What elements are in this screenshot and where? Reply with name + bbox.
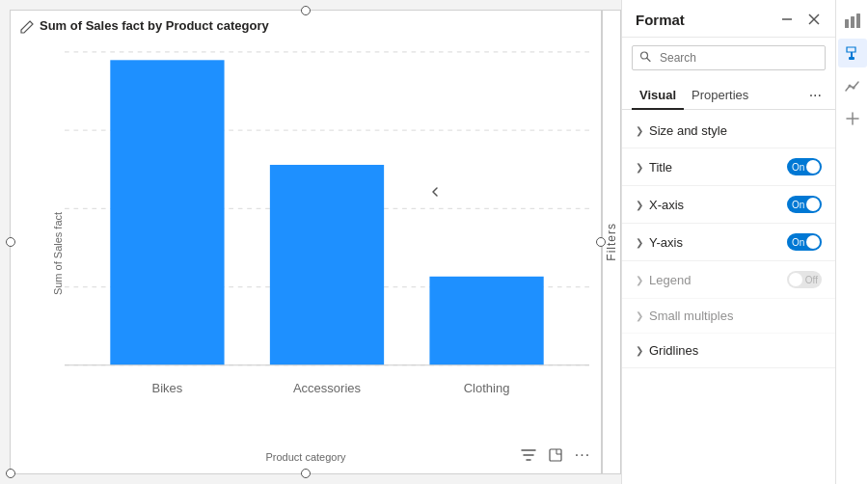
bar-bikes[interactable]: [110, 60, 224, 364]
right-icon-panel: [835, 0, 868, 484]
search-box: [632, 45, 826, 70]
format-options-list: ❯ Size and style ❯ Title On ❯ X: [622, 110, 835, 484]
y-axis-label: Sum of Sales fact: [52, 212, 64, 295]
toggle-y-axis[interactable]: On: [787, 233, 822, 251]
tab-more-icon[interactable]: ···: [805, 83, 826, 108]
svg-rect-23: [851, 52, 853, 57]
visualizations-icon[interactable]: [838, 6, 867, 35]
toggle-x-axis[interactable]: On: [787, 196, 822, 213]
toggle-legend[interactable]: Off: [787, 271, 822, 288]
svg-text:Bikes: Bikes: [152, 381, 183, 395]
option-label-title: Title: [649, 160, 672, 175]
handle-top[interactable]: [301, 6, 311, 15]
svg-text:Clothing: Clothing: [464, 381, 510, 395]
svg-point-26: [852, 87, 854, 90]
option-legend[interactable]: ❯ Legend Off: [622, 261, 835, 299]
add-icon[interactable]: [838, 104, 867, 133]
toggle-title[interactable]: On: [787, 158, 822, 175]
chevron-x-axis: ❯: [636, 200, 643, 210]
option-label-gridlines: Gridlines: [649, 343, 698, 358]
option-x-axis[interactable]: ❯ X-axis On: [622, 186, 835, 224]
format-panel-header: Format: [622, 0, 835, 38]
toggle-knob-x-axis: [806, 198, 820, 211]
format-panel: Format Visual Propertie: [621, 0, 835, 484]
svg-point-25: [848, 85, 851, 88]
analytics-icon[interactable]: [838, 71, 867, 100]
bar-accessories[interactable]: [270, 165, 384, 365]
svg-rect-14: [550, 449, 561, 461]
option-title[interactable]: ❯ Title On: [622, 148, 835, 186]
tab-properties[interactable]: Properties: [684, 82, 756, 110]
option-y-axis[interactable]: ❯ Y-axis On: [622, 224, 835, 261]
toggle-knob-legend: [789, 273, 802, 286]
svg-rect-24: [849, 57, 854, 60]
format-header-icons: [777, 10, 824, 29]
tab-visual[interactable]: Visual: [632, 82, 684, 110]
option-label-small-multiples: Small multiples: [649, 309, 733, 323]
chevron-small-multiples: ❯: [636, 310, 643, 321]
expand-icon[interactable]: [545, 444, 566, 466]
chevron-size-style: ❯: [636, 125, 643, 136]
format-panel-title: Format: [636, 12, 685, 28]
chevron-legend: ❯: [636, 275, 643, 285]
search-input[interactable]: [632, 45, 826, 70]
chart-area: Sum of Sales fact by Product category Su…: [10, 10, 602, 474]
format-tabs: Visual Properties ···: [622, 78, 835, 110]
toggle-knob-title: [806, 160, 820, 174]
option-label-size-style: Size and style: [649, 123, 727, 138]
chevron-title: ❯: [636, 162, 643, 173]
more-options-icon[interactable]: ···: [572, 444, 593, 466]
filters-label: Filters: [605, 215, 618, 269]
close-button[interactable]: [804, 10, 824, 29]
chart-svg: 4M 3M 2M 1M 0M Bikes Accessories Clothin…: [65, 40, 589, 432]
option-label-x-axis: X-axis: [649, 198, 684, 212]
edit-icon[interactable]: [16, 16, 38, 38]
svg-rect-22: [856, 13, 860, 28]
filters-chevron-icon: [427, 184, 443, 200]
minimize-button[interactable]: [777, 10, 797, 29]
option-size-style[interactable]: ❯ Size and style: [622, 114, 835, 148]
option-label-legend: Legend: [649, 273, 691, 287]
svg-rect-20: [845, 19, 849, 28]
chevron-gridlines: ❯: [636, 345, 643, 356]
svg-line-19: [647, 58, 651, 62]
x-axis-label: Product category: [265, 451, 345, 463]
option-gridlines[interactable]: ❯ Gridlines: [622, 334, 835, 368]
option-label-y-axis: Y-axis: [649, 235, 683, 250]
chevron-y-axis: ❯: [636, 237, 643, 248]
chart-toolbar: ···: [518, 444, 593, 466]
chart-container: Sum of Sales fact Product category 4M 3M…: [11, 37, 601, 471]
filters-tab[interactable]: Filters: [602, 10, 621, 474]
svg-text:Accessories: Accessories: [293, 381, 362, 395]
toggle-knob-y-axis: [806, 235, 820, 249]
bar-clothing[interactable]: [429, 277, 543, 365]
format-icon[interactable]: [838, 39, 867, 67]
search-icon: [639, 51, 651, 66]
filter-icon[interactable]: [518, 444, 539, 466]
svg-rect-21: [851, 16, 854, 28]
option-small-multiples: ❯ Small multiples: [622, 299, 835, 334]
